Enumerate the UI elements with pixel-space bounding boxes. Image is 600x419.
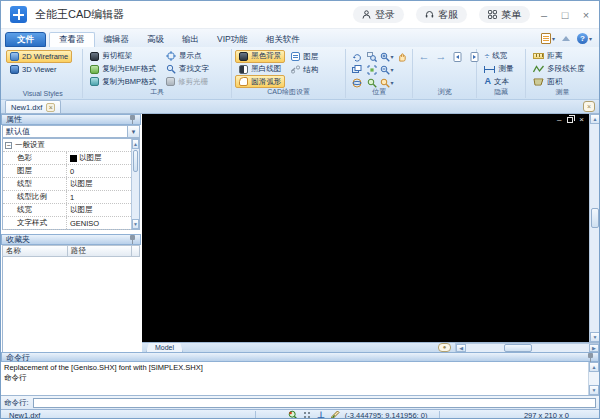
tab-file[interactable]: 文件: [5, 32, 46, 47]
mdi-minimize-icon[interactable]: –: [557, 116, 561, 124]
favorites-list[interactable]: [2, 257, 140, 352]
hide-linewidth-button[interactable]: ÷ 线宽: [480, 50, 517, 63]
app-title: 全能王CAD编辑器: [35, 7, 124, 22]
style-menu-button[interactable]: ▾: [541, 33, 555, 44]
forward-button[interactable]: →: [433, 50, 448, 63]
command-history[interactable]: Replacement of the [Geniso.SHX] font wit…: [1, 362, 599, 396]
scrollbar-thumb[interactable]: [591, 208, 599, 228]
black-background-button[interactable]: 黑色背景: [235, 50, 285, 63]
rotate-view-button[interactable]: [349, 50, 364, 63]
previous-view-button[interactable]: [450, 50, 465, 63]
document-tab[interactable]: New1.dxf ×: [5, 100, 61, 113]
group-label: 位置: [346, 87, 412, 97]
zoom-previous-icon: [367, 78, 377, 88]
measure-polyline-button[interactable]: 多段线长度: [529, 63, 589, 76]
close-button[interactable]: ×: [579, 9, 593, 21]
back-button[interactable]: ←: [416, 50, 431, 63]
canvas-horizontal-scrollbar[interactable]: ◀ ▶: [455, 343, 600, 353]
status-coordinates: (-3.444795; 9.141956; 0): [345, 411, 428, 419]
layers-button[interactable]: 图层: [287, 50, 322, 63]
scroll-right-icon[interactable]: ▶: [589, 344, 599, 352]
properties-preset-dropdown[interactable]: 默认值 ▼: [2, 125, 140, 138]
3d-viewer-button[interactable]: 3D Viewer: [6, 63, 72, 76]
command-prompt-label: 命令行:: [4, 398, 29, 408]
zoom-extents-button[interactable]: [364, 63, 379, 76]
menu-button[interactable]: 菜单: [479, 6, 530, 23]
smooth-arc-label: 圆滑弧形: [251, 77, 281, 87]
zoom-window-button[interactable]: [364, 50, 379, 63]
show-points-button[interactable]: 显示点: [162, 50, 213, 63]
find-text-button[interactable]: 查找文字: [162, 63, 213, 76]
scroll-up-icon[interactable]: ▲: [590, 114, 600, 124]
ribbon: 2D Wireframe 3D Viewer Visual Styles 剪切框…: [1, 47, 599, 100]
structure-button[interactable]: 结构: [287, 63, 322, 76]
document-tab-close-icon[interactable]: ×: [46, 103, 55, 112]
tab-output[interactable]: 输出: [173, 32, 208, 47]
osnap-icon[interactable]: [288, 410, 298, 419]
pin-icon[interactable]: [129, 235, 136, 244]
scrollbar-thumb[interactable]: [133, 150, 138, 172]
property-row[interactable]: 色彩 以图层: [3, 152, 131, 165]
tab-related[interactable]: 相关软件: [257, 32, 309, 47]
login-button[interactable]: 登录: [353, 6, 404, 23]
zoom-out-button[interactable]: ▾: [379, 63, 394, 76]
property-row[interactable]: 文字样式 GENISO: [3, 217, 131, 230]
property-row[interactable]: 线宽 以图层: [3, 204, 131, 217]
maximize-button[interactable]: □: [558, 9, 572, 21]
scroll-up-icon[interactable]: ▲: [132, 139, 139, 149]
zoom-in-button[interactable]: ▾: [379, 50, 394, 63]
tab-list-button[interactable]: ×: [583, 101, 595, 112]
scrollbar-thumb[interactable]: [504, 344, 532, 352]
grid-toggle-icon[interactable]: [303, 411, 312, 419]
property-row[interactable]: 线型比例 1: [3, 191, 131, 204]
property-group-row[interactable]: − 一般设置: [3, 139, 131, 152]
command-input[interactable]: [33, 398, 596, 408]
favorites-col-name[interactable]: 名称: [2, 245, 68, 257]
measure-distance-button[interactable]: 距离: [529, 50, 589, 63]
tab-advanced[interactable]: 高级: [138, 32, 173, 47]
snap-pencil-icon[interactable]: [330, 410, 340, 419]
2d-wireframe-button[interactable]: 2D Wireframe: [6, 50, 72, 63]
named-views-button[interactable]: [349, 63, 364, 76]
pin-icon[interactable]: [129, 115, 136, 124]
scroll-left-icon[interactable]: ◀: [456, 344, 466, 352]
preset-value: 默认值: [3, 126, 127, 137]
mdi-close-icon[interactable]: ×: [579, 116, 584, 124]
pin-icon[interactable]: [587, 353, 594, 362]
tab-viewer[interactable]: 查看器: [49, 32, 95, 47]
layout-list-button[interactable]: ●: [438, 343, 451, 352]
properties-scrollbar[interactable]: ▲ ▼: [131, 139, 139, 229]
canvas-vertical-scrollbar[interactable]: ▲ ▼: [589, 114, 600, 342]
scroll-down-icon[interactable]: ▼: [132, 219, 139, 229]
help-button[interactable]: ?▾: [577, 33, 592, 44]
pan-button[interactable]: [394, 50, 409, 63]
scroll-down-icon[interactable]: ▼: [590, 332, 600, 342]
service-button[interactable]: 客服: [416, 6, 467, 23]
scrollbar-track[interactable]: [466, 344, 589, 352]
bw-drawing-button[interactable]: 黑白线图: [235, 63, 285, 76]
hide-measure-button[interactable]: 测量: [480, 63, 517, 76]
copy-emf-button[interactable]: 复制为EMF格式: [86, 63, 160, 76]
cut-frame-button[interactable]: 剪切框架: [86, 50, 160, 63]
status-bar: New1.dxf ⊥ (-3.444795; 9.141956; 0) 297 …: [1, 409, 599, 419]
tab-vip[interactable]: VIP功能: [208, 32, 257, 47]
command-scrollbar[interactable]: ▲ ▼: [588, 362, 599, 395]
collapse-icon[interactable]: −: [5, 142, 12, 149]
property-group-label: 一般设置: [15, 140, 45, 150]
collapse-ribbon-button[interactable]: [562, 36, 570, 41]
favorites-col-path[interactable]: 路径: [68, 245, 132, 257]
2d-wireframe-label: 2D Wireframe: [22, 52, 68, 61]
ortho-icon[interactable]: ⊥: [317, 411, 325, 419]
property-row[interactable]: 图层 0: [3, 165, 131, 178]
minimize-button[interactable]: –: [537, 9, 551, 21]
group-cad-settings: 黑色背景 黑白线图 圆滑弧形 图层 结构: [232, 49, 346, 98]
chevron-down-icon[interactable]: ▼: [127, 126, 139, 137]
scroll-down-icon[interactable]: ▼: [589, 385, 599, 395]
tab-editor[interactable]: 编辑器: [95, 32, 139, 47]
color-swatch: [70, 155, 77, 162]
drawing-canvas[interactable]: – ×: [142, 114, 589, 342]
property-row[interactable]: 线型 以图层: [3, 178, 131, 191]
model-tab[interactable]: Model: [146, 343, 183, 353]
scroll-up-icon[interactable]: ▲: [589, 362, 599, 372]
mdi-restore-icon[interactable]: [567, 117, 573, 123]
